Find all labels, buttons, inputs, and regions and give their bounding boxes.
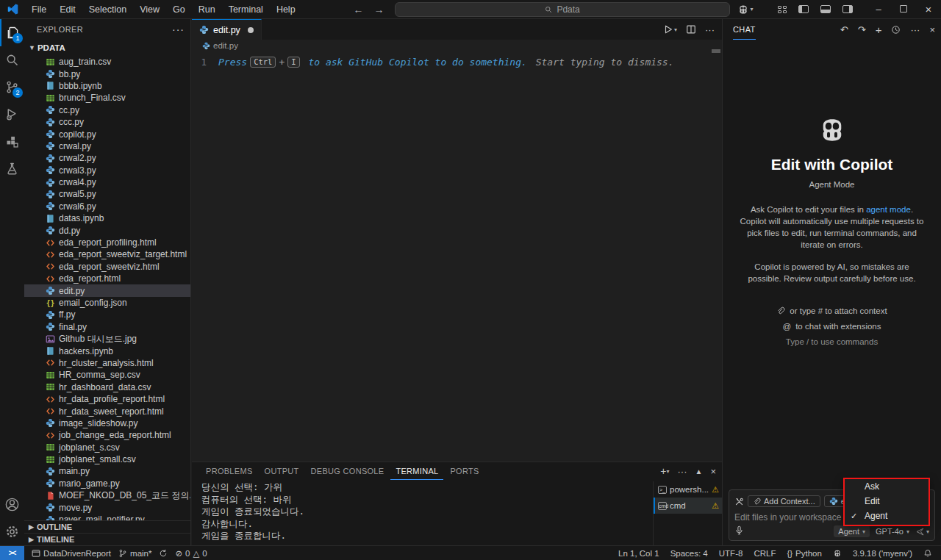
toggle-secondary-sidebar-icon[interactable]: [842, 5, 853, 13]
settings-button[interactable]: [0, 518, 24, 545]
timeline-section-header[interactable]: ▶ TIMELINE: [24, 533, 190, 545]
chat-more-actions-icon[interactable]: ···: [910, 24, 920, 35]
account-button[interactable]: [0, 491, 24, 518]
file-tree-item[interactable]: hr_dashboard_data.csv: [24, 381, 190, 393]
panel-tab[interactable]: PROBLEMS: [201, 462, 258, 480]
new-chat-icon[interactable]: +: [876, 24, 882, 36]
minimize-button[interactable]: –: [866, 0, 891, 19]
file-tree-item[interactable]: brunch_Final.csv: [24, 92, 190, 104]
menu-item[interactable]: Edit: [53, 0, 82, 19]
menu-item[interactable]: Selection: [82, 0, 133, 19]
toggle-primary-sidebar-icon[interactable]: [798, 5, 809, 13]
file-tree-item[interactable]: cc.py: [24, 104, 190, 116]
file-tree-item[interactable]: HR_comma_sep.csv: [24, 369, 190, 381]
menu-item[interactable]: View: [133, 0, 166, 19]
nav-forward-icon[interactable]: →: [374, 4, 384, 15]
undo-icon[interactable]: ↶: [840, 24, 848, 35]
notifications-item[interactable]: [923, 549, 932, 558]
mic-button[interactable]: [734, 525, 744, 537]
activity-run-debug-button[interactable]: [0, 101, 24, 128]
file-tree-item[interactable]: crwal4.py: [24, 176, 190, 188]
close-chat-icon[interactable]: ×: [929, 24, 935, 35]
file-tree-item[interactable]: aug_train.csv: [24, 56, 190, 68]
activity-explorer-button[interactable]: 1: [0, 19, 24, 46]
explorer-more-actions-icon[interactable]: ···: [172, 24, 185, 35]
file-tree-item[interactable]: crwal3.py: [24, 165, 190, 176]
file-tree-item[interactable]: hr_cluster_analysis.html: [24, 357, 190, 369]
copilot-menu-button[interactable]: ▾: [737, 4, 754, 15]
folder-root-pdata[interactable]: ▼ PDATA: [24, 40, 190, 56]
file-tree-item[interactable]: hr_data_profile_report.html: [24, 393, 190, 405]
sync-status-item[interactable]: [159, 549, 168, 558]
panel-tab[interactable]: PORTS: [445, 462, 484, 480]
python-interpreter-item[interactable]: 3.9.18 ('myenv'): [853, 549, 912, 558]
close-panel-icon[interactable]: ×: [710, 466, 716, 477]
maximize-panel-icon[interactable]: ▲: [695, 467, 703, 475]
file-tree-item[interactable]: move.py: [24, 501, 190, 513]
mode-menu-item-ask[interactable]: Ask: [845, 479, 929, 494]
terminal-list-item[interactable]: >_ powersh... ⚠: [654, 481, 722, 498]
file-tree-item[interactable]: bbbb.ipynb: [24, 80, 190, 92]
mode-menu-item-edit[interactable]: Edit: [845, 494, 929, 509]
file-tree-item[interactable]: crwal.py: [24, 140, 190, 152]
close-button[interactable]: ×: [916, 0, 941, 19]
file-tree-item[interactable]: job_change_eda_report.html: [24, 429, 190, 441]
activity-extensions-button[interactable]: [0, 128, 24, 155]
send-button[interactable]: ▾: [915, 527, 929, 536]
split-editor-icon[interactable]: [686, 24, 696, 35]
file-tree-item[interactable]: hr_data_sweet_report.html: [24, 405, 190, 417]
run-python-button[interactable]: ▾: [663, 24, 677, 35]
redo-icon[interactable]: ↷: [858, 24, 866, 35]
toggle-panel-icon[interactable]: [820, 5, 831, 13]
file-tree-item[interactable]: copilot.py: [24, 128, 190, 140]
file-tree-item[interactable]: eda_report_sweetviz.html: [24, 261, 190, 273]
file-tree-item[interactable]: bb.py: [24, 68, 190, 79]
minimap-slider[interactable]: [712, 49, 720, 53]
remote-indicator[interactable]: ><: [0, 546, 24, 560]
file-tree-item[interactable]: crwal5.py: [24, 188, 190, 200]
indentation-item[interactable]: Spaces: 4: [670, 549, 708, 558]
file-tree-item[interactable]: hackers.ipynb: [24, 345, 190, 356]
add-context-button[interactable]: Add Context...: [748, 495, 820, 507]
unsaved-dot-icon[interactable]: [248, 27, 254, 33]
menu-item[interactable]: Run: [192, 0, 222, 19]
file-tree-item[interactable]: jobplanet_s.csv: [24, 442, 190, 453]
file-tree-item[interactable]: image_slideshow.py: [24, 417, 190, 429]
menu-item[interactable]: Terminal: [222, 0, 270, 19]
mode-dropdown[interactable]: Agent ▾: [834, 525, 870, 537]
encoding-item[interactable]: UTF-8: [719, 549, 743, 558]
activity-source-control-button[interactable]: 2: [0, 73, 24, 101]
eol-item[interactable]: CRLF: [754, 549, 776, 558]
chat-tab[interactable]: CHAT: [733, 20, 756, 40]
file-tree-item[interactable]: eda_report_sweetviz_target.html: [24, 248, 190, 260]
history-icon[interactable]: [891, 25, 901, 35]
file-tree-item[interactable]: crwal2.py: [24, 152, 190, 164]
file-tree-item[interactable]: edit.py: [24, 284, 190, 296]
mode-menu-item-agent[interactable]: ✓ Agent: [845, 509, 929, 523]
tools-button[interactable]: [734, 497, 744, 506]
agent-mode-link[interactable]: agent mode: [866, 205, 911, 214]
tab-edit-py[interactable]: edit.py: [192, 19, 262, 40]
file-tree-item[interactable]: MOEF_NKOD_DB_05_코드 정의서_v1.2 [배포...: [24, 489, 190, 501]
cursor-position-item[interactable]: Ln 1, Col 1: [618, 549, 659, 558]
maximize-button[interactable]: [891, 0, 916, 19]
file-tree-item[interactable]: final.py: [24, 321, 190, 333]
file-tree-item[interactable]: email_config.json: [24, 297, 190, 309]
model-dropdown[interactable]: GPT-4o ▾: [876, 527, 909, 536]
panel-tab[interactable]: TERMINAL: [390, 462, 443, 480]
terminal-list-item[interactable]: cmd cmd ⚠: [654, 498, 722, 514]
command-center-search[interactable]: Pdata: [395, 2, 730, 17]
panel-more-actions-icon[interactable]: ···: [678, 466, 687, 477]
code-editor[interactable]: 1 PressCtrl+I to ask GitHub Copilot to d…: [192, 51, 722, 462]
file-tree-item[interactable]: crwal6.py: [24, 201, 190, 212]
menu-item[interactable]: Help: [270, 0, 302, 19]
file-tree-item[interactable]: Github 대시보드.jpg: [24, 333, 190, 345]
repo-status-item[interactable]: DataDrivenReport: [32, 549, 111, 558]
customize-layout-icon[interactable]: [778, 6, 787, 13]
file-tree-item[interactable]: jobplanet_small.csv: [24, 453, 190, 465]
activity-testing-button[interactable]: [0, 155, 24, 182]
breadcrumb[interactable]: edit.py: [192, 40, 722, 51]
file-tree-item[interactable]: eda_report.html: [24, 273, 190, 284]
file-tree-item[interactable]: ff.py: [24, 309, 190, 320]
file-tree-item[interactable]: main.py: [24, 465, 190, 477]
